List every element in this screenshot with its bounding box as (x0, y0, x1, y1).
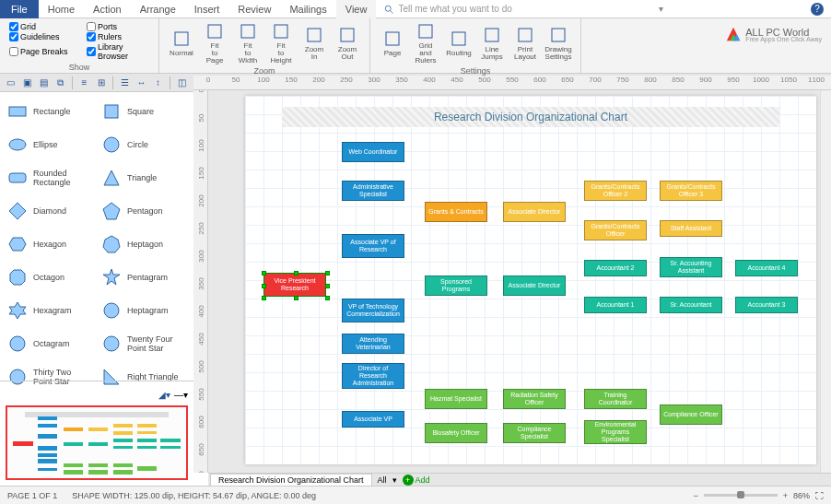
qb-new-icon[interactable]: ▭ (4, 76, 18, 89)
menu-tab-view[interactable]: View (336, 0, 377, 18)
org-node[interactable]: VP of Technology Commercialization (342, 299, 404, 322)
scrollbar-vertical[interactable] (820, 90, 831, 473)
org-node[interactable]: Director of Research Administration (342, 363, 404, 389)
org-node[interactable]: Attending Veterinarian (342, 334, 404, 354)
shape-star8[interactable]: Octagram (4, 328, 96, 359)
ribbon-btn-fit-to-page[interactable]: FittoPage (198, 20, 231, 66)
ribbon-btn-drawing-settings[interactable]: DrawingSettings (542, 24, 575, 63)
org-node[interactable]: Sponsored Programs (425, 275, 487, 296)
page-thumbnail[interactable] (6, 405, 188, 480)
add-page-button[interactable]: +Add (403, 475, 430, 486)
org-node[interactable]: Biosafety Officer (425, 423, 487, 443)
shape-ellipse[interactable]: Ellipse (4, 129, 96, 160)
org-node[interactable]: Sr. Accounting Assistant (660, 257, 722, 277)
selection-handle[interactable] (325, 271, 330, 275)
zoom-slider[interactable] (704, 494, 778, 497)
fill-tool-icon[interactable]: ◢▾ (158, 390, 170, 400)
menu-tab-action[interactable]: Action (84, 0, 131, 18)
help-icon[interactable]: ? (811, 3, 824, 16)
org-node[interactable]: Compliance Officer (660, 404, 722, 425)
shape-star6[interactable]: Hexagram (4, 295, 96, 326)
qb-list-icon[interactable]: ☰ (118, 76, 132, 89)
tab-dropdown-icon[interactable]: ▾ (392, 475, 397, 485)
ribbon-btn-print-layout[interactable]: PrintLayout (509, 24, 542, 63)
checkbox-rulers[interactable]: Rulers (87, 32, 149, 41)
zoom-in-button[interactable]: + (783, 491, 788, 500)
selection-handle[interactable] (325, 296, 330, 300)
shape-star5[interactable]: Pentagram (98, 262, 190, 293)
selection-handle[interactable] (262, 271, 266, 275)
shape-diamond[interactable]: Diamond (4, 195, 96, 227)
menu-tab-review[interactable]: Review (228, 0, 280, 18)
qb-align-icon[interactable]: ≡ (77, 76, 91, 89)
checkbox-page-breaks[interactable]: Page Breaks (9, 42, 72, 61)
org-node[interactable]: Web Coordinator (342, 142, 404, 162)
selection-handle[interactable] (262, 296, 266, 300)
ribbon-btn-zoom-out[interactable]: ZoomOut (331, 24, 364, 63)
selection-handle[interactable] (325, 284, 330, 288)
qb-open-icon[interactable]: ▣ (20, 76, 34, 89)
org-node[interactable]: Associate Director (503, 275, 566, 296)
selection-handle[interactable] (294, 271, 298, 275)
org-node[interactable]: Associate VP of Research (342, 234, 404, 258)
checkbox-grid[interactable]: Grid (9, 22, 72, 31)
org-node[interactable]: Accountant 1 (584, 297, 647, 313)
org-node[interactable]: Environmental Programs Specialist (584, 420, 647, 444)
ribbon-btn-routing[interactable]: Routing (442, 28, 475, 59)
tellme-search[interactable]: Tell me what you want to do (383, 4, 511, 15)
checkbox-library-browser[interactable]: Library Browser (87, 42, 149, 61)
qb-grid-icon[interactable]: ⊞ (94, 76, 108, 89)
checkbox-ports[interactable]: Ports (87, 22, 149, 31)
org-node[interactable]: Grants/Contracts Officer 3 (660, 181, 722, 201)
menu-tab-insert[interactable]: Insert (185, 0, 229, 18)
shape-tri[interactable]: Triangle (98, 162, 190, 193)
org-node[interactable]: Accountant 2 (584, 260, 647, 276)
file-tab[interactable]: File (0, 0, 39, 18)
zoom-out-button[interactable]: − (693, 491, 697, 500)
dropdown-icon[interactable]: ▾ (653, 4, 669, 14)
selection-handle[interactable] (262, 284, 266, 288)
ribbon-btn-normal[interactable]: Normal (165, 28, 198, 59)
qb-chart-icon[interactable]: ◫ (175, 76, 189, 89)
ribbon-btn-line-jumps[interactable]: LineJumps (475, 24, 509, 63)
org-node[interactable]: Training Coordinator (584, 389, 647, 409)
fit-screen-icon[interactable]: ⛶ (815, 491, 824, 500)
shape-star7[interactable]: Heptagram (98, 295, 190, 326)
page[interactable]: Research Division Organizational Chart V… (245, 96, 816, 464)
org-node[interactable]: Grants & Contracts (425, 202, 487, 222)
org-node[interactable]: Hazmat Specialist (425, 389, 487, 409)
org-node[interactable]: Staff Assistant (660, 220, 722, 237)
org-node[interactable]: Associate VP (342, 411, 404, 428)
menu-tab-arrange[interactable]: Arrange (131, 0, 185, 18)
line-tool-icon[interactable]: —▾ (174, 390, 188, 400)
org-node[interactable]: Associate Director (503, 202, 566, 222)
org-node[interactable]: Vice President Research (263, 273, 326, 297)
menu-tab-home[interactable]: Home (39, 0, 84, 18)
shape-hept[interactable]: Heptagon (98, 229, 190, 260)
ribbon-btn-fit-to-height[interactable]: FittoHeight (264, 20, 298, 66)
org-node[interactable]: Accountant 3 (735, 297, 798, 313)
org-node[interactable]: Grants/Contracts Officer 2 (584, 181, 647, 201)
shape-hex[interactable]: Hexagon (4, 229, 96, 260)
org-node[interactable]: Compliance Specialist (503, 423, 566, 443)
org-node[interactable]: Sr. Accountant (660, 297, 722, 313)
qb-copy-icon[interactable]: ⧉ (53, 76, 67, 89)
shape-rect[interactable]: Rectangle (4, 96, 96, 127)
shape-rrect[interactable]: Rounded Rectangle (4, 162, 96, 193)
checkbox-guidelines[interactable]: Guidelines (9, 32, 72, 41)
canvas[interactable]: Research Division Organizational Chart V… (208, 90, 831, 473)
ribbon-btn-grid-and-rulers[interactable]: GridandRulers (409, 20, 442, 66)
shape-oct[interactable]: Octagon (4, 262, 96, 293)
page-tab-all[interactable]: All (372, 475, 392, 486)
qb-save-icon[interactable]: ▤ (37, 76, 51, 89)
shape-penta[interactable]: Pentagon (98, 195, 190, 227)
selection-handle[interactable] (294, 296, 298, 300)
qb-sort-icon[interactable]: ↕ (151, 76, 165, 89)
menu-tab-mailings[interactable]: Mailings (280, 0, 335, 18)
org-node[interactable]: Accountant 4 (735, 260, 798, 276)
ribbon-btn-page[interactable]: Page (376, 28, 409, 59)
page-tab[interactable]: Research Division Organizational Chart (210, 474, 372, 486)
chart-title[interactable]: Research Division Organizational Chart (282, 107, 779, 127)
shape-star24[interactable]: Twenty Four Point Star (98, 328, 190, 359)
shape-square[interactable]: Square (98, 96, 190, 127)
